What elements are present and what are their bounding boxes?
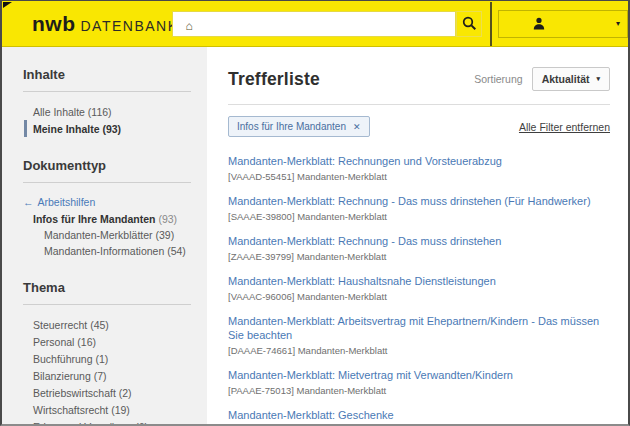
sort-label: Sortierung (474, 73, 522, 85)
section-dokumenttyp: Dokumenttyp ←Arbeitshilfen Infos für Ihr… (23, 158, 191, 259)
sidebar-back-link-arbeitshilfen[interactable]: ←Arbeitshilfen (23, 194, 191, 210)
page-title: Trefferliste (228, 69, 320, 90)
result-title-link[interactable]: Mandanten-Merkblatt: Rechnung - Das muss… (228, 194, 610, 208)
arrow-left-icon: ← (23, 196, 34, 208)
result-meta: [PAAAE-75013] Mandanten-Merkblatt (228, 385, 610, 396)
result-item: Mandanten-Merkblatt: Rechnung - Das muss… (228, 234, 610, 262)
filter-sidebar: Inhalte Alle Inhalte (116) Meine Inhalte… (2, 47, 207, 425)
result-item: Mandanten-Merkblatt: Geschenke [EAAAC-96… (228, 408, 610, 425)
section-title-dokumenttyp: Dokumenttyp (23, 158, 191, 173)
sidebar-item-meine-inhalte[interactable]: Meine Inhalte (93) (24, 120, 191, 137)
result-title-link[interactable]: Mandanten-Merkblatt: Mietvertrag mit Ver… (228, 368, 610, 382)
chevron-down-icon: ▾ (616, 19, 620, 28)
search-button[interactable] (456, 11, 482, 37)
result-item: Mandanten-Merkblatt: Mietvertrag mit Ver… (228, 368, 610, 396)
user-icon (533, 17, 545, 30)
result-item: Mandanten-Merkblatt: Rechnungen und Vors… (228, 154, 610, 182)
result-title-link[interactable]: Mandanten-Merkblatt: Rechnung - Das muss… (228, 234, 610, 248)
chevron-down-icon: ▾ (596, 75, 600, 83)
sidebar-item-alle-inhalte[interactable]: Alle Inhalte (116) (33, 103, 191, 120)
sort-dropdown[interactable]: Aktualität ▾ (532, 67, 610, 91)
result-meta: [VAAAD-55451] Mandanten-Merkblatt (228, 171, 610, 182)
mouse-cursor-icon (3, 2, 12, 8)
group-count: (93) (158, 213, 177, 225)
user-menu-button[interactable]: ▾ (498, 10, 628, 38)
back-link-label: Arbeitshilfen (38, 196, 96, 208)
result-title-link[interactable]: Mandanten-Merkblatt: Rechnungen und Vors… (228, 154, 610, 168)
sidebar-item-bilanzierung[interactable]: Bilanzierung (7) (33, 367, 191, 384)
section-thema: Thema Steuerrecht (45) Personal (16) Buc… (23, 280, 191, 425)
sidebar-item-wirtschaftsrecht[interactable]: Wirtschaftsrecht (19) (33, 401, 191, 418)
divider (23, 304, 191, 305)
result-item: Mandanten-Merkblatt: Rechnung - Das muss… (228, 194, 610, 222)
filter-chip-infos-mandanten[interactable]: Infos für Ihre Mandanten ✕ (228, 116, 370, 137)
active-filters-row: Infos für Ihre Mandanten ✕ Alle Filter e… (228, 116, 610, 137)
divider (23, 182, 191, 183)
brand-logo[interactable]: nwb DATENBANK ⌂ (32, 12, 172, 36)
results-panel: Trefferliste Sortierung Aktualität ▾ Inf… (207, 47, 628, 425)
result-meta: [VAAAC-96006] Mandanten-Merkblatt (228, 291, 610, 302)
sort-value: Aktualität (542, 73, 590, 85)
results-header: Trefferliste Sortierung Aktualität ▾ (228, 67, 610, 91)
sidebar-item-betriebswirtschaft[interactable]: Betriebswirtschaft (2) (33, 384, 191, 401)
sidebar-item-erben-vermoegen[interactable]: Erben und Vermögen (6) (33, 418, 191, 425)
home-icon[interactable]: ⌂ (186, 19, 193, 33)
top-bar: nwb DATENBANK ⌂ ▾ (2, 1, 628, 47)
result-item: Mandanten-Merkblatt: Arbeitsvertrag mit … (228, 314, 610, 356)
logo-nwb: nwb (32, 12, 76, 36)
result-title-link[interactable]: Mandanten-Merkblatt: Haushaltsnahe Diens… (228, 274, 610, 288)
result-item: Mandanten-Merkblatt: Haushaltsnahe Diens… (228, 274, 610, 302)
search-icon (462, 16, 477, 31)
divider (23, 91, 191, 92)
group-label: Infos für Ihre Mandanten (33, 213, 156, 225)
content-area: Inhalte Alle Inhalte (116) Meine Inhalte… (2, 47, 628, 425)
result-meta: [ZAAAE-39799] Mandanten-Merkblatt (228, 251, 610, 262)
sidebar-item-mandanten-informationen[interactable]: Mandanten-Informationen (54) (44, 243, 191, 259)
sidebar-item-steuerrecht[interactable]: Steuerrecht (45) (33, 316, 191, 333)
filter-chip-label: Infos für Ihre Mandanten (237, 121, 346, 132)
result-title-link[interactable]: Mandanten-Merkblatt: Geschenke (228, 408, 610, 422)
sidebar-item-personal[interactable]: Personal (16) (33, 333, 191, 350)
sidebar-item-infos-mandanten[interactable]: Infos für Ihre Mandanten (93) (33, 210, 191, 227)
result-meta: [DAAAE-74661] Mandanten-Merkblatt (228, 345, 610, 356)
app-window: nwb DATENBANK ⌂ ▾ (0, 0, 630, 426)
close-icon[interactable]: ✕ (353, 122, 361, 132)
section-title-thema: Thema (23, 280, 191, 295)
result-title-link[interactable]: Mandanten-Merkblatt: Arbeitsvertrag mit … (228, 314, 610, 342)
logo-datenbank: DATENBANK (81, 18, 179, 34)
sort-controls: Sortierung Aktualität ▾ (474, 67, 610, 91)
section-title-inhalte: Inhalte (23, 67, 191, 82)
section-inhalte: Inhalte Alle Inhalte (116) Meine Inhalte… (23, 67, 191, 137)
header-divider (490, 2, 492, 46)
clear-all-filters-link[interactable]: Alle Filter entfernen (519, 121, 610, 133)
result-meta: [SAAAE-39800] Mandanten-Merkblatt (228, 211, 610, 222)
search-input[interactable] (172, 11, 456, 37)
result-list: Mandanten-Merkblatt: Rechnungen und Vors… (228, 154, 610, 425)
sidebar-item-buchfuehrung[interactable]: Buchführung (1) (33, 350, 191, 367)
divider (228, 104, 610, 105)
sidebar-item-mandanten-merkblaetter[interactable]: Mandanten-Merkblätter (39) (44, 227, 191, 243)
